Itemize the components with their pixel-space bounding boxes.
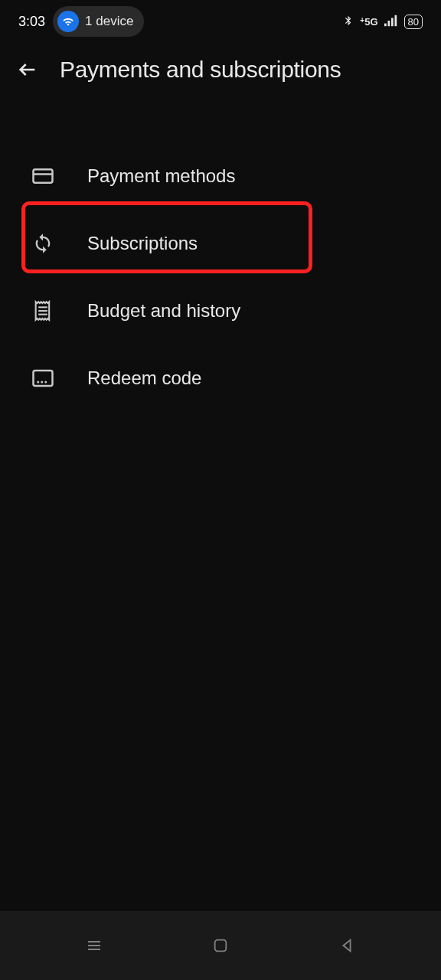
menu-list: Payment methods Subscriptions Budget and… bbox=[0, 96, 441, 412]
svg-rect-0 bbox=[384, 23, 387, 26]
battery-level: 80 bbox=[404, 15, 423, 29]
code-box-icon bbox=[31, 366, 55, 390]
menu-item-payment-methods[interactable]: Payment methods bbox=[0, 142, 441, 210]
svg-rect-3 bbox=[394, 15, 397, 25]
app-header: Payments and subscriptions bbox=[0, 43, 441, 96]
svg-rect-16 bbox=[215, 940, 227, 952]
menu-item-budget-history[interactable]: Budget and history bbox=[0, 277, 441, 345]
svg-point-10 bbox=[37, 381, 39, 384]
svg-point-12 bbox=[44, 381, 47, 384]
svg-point-11 bbox=[41, 381, 43, 384]
system-nav-bar bbox=[0, 911, 441, 980]
status-left: 3:03 1 device bbox=[18, 6, 144, 37]
menu-item-subscriptions[interactable]: Subscriptions bbox=[0, 210, 441, 277]
clock-time: 3:03 bbox=[18, 14, 45, 30]
network-type-label: +5G bbox=[360, 16, 377, 28]
sync-icon bbox=[31, 231, 55, 256]
svg-rect-1 bbox=[387, 21, 390, 26]
wifi-icon bbox=[57, 11, 79, 32]
credit-card-icon bbox=[31, 164, 55, 188]
menu-label: Redeem code bbox=[87, 368, 201, 389]
menu-label: Subscriptions bbox=[87, 233, 198, 254]
device-count-label: 1 device bbox=[85, 14, 133, 29]
receipt-icon bbox=[31, 299, 55, 323]
svg-rect-4 bbox=[34, 169, 53, 183]
menu-item-redeem-code[interactable]: Redeem code bbox=[0, 345, 441, 412]
svg-rect-2 bbox=[391, 18, 394, 26]
signal-icon bbox=[384, 15, 398, 29]
nav-recent-button[interactable] bbox=[79, 930, 109, 961]
back-button[interactable] bbox=[15, 57, 40, 82]
page-title: Payments and subscriptions bbox=[60, 57, 341, 83]
bluetooth-icon bbox=[343, 14, 354, 30]
svg-rect-9 bbox=[34, 371, 53, 386]
menu-label: Budget and history bbox=[87, 300, 240, 322]
device-pill[interactable]: 1 device bbox=[53, 6, 144, 37]
menu-label: Payment methods bbox=[87, 165, 235, 187]
status-right: +5G 80 bbox=[343, 14, 423, 30]
status-bar: 3:03 1 device +5G 80 bbox=[0, 0, 441, 43]
nav-home-button[interactable] bbox=[205, 930, 236, 961]
nav-back-button[interactable] bbox=[332, 930, 362, 961]
